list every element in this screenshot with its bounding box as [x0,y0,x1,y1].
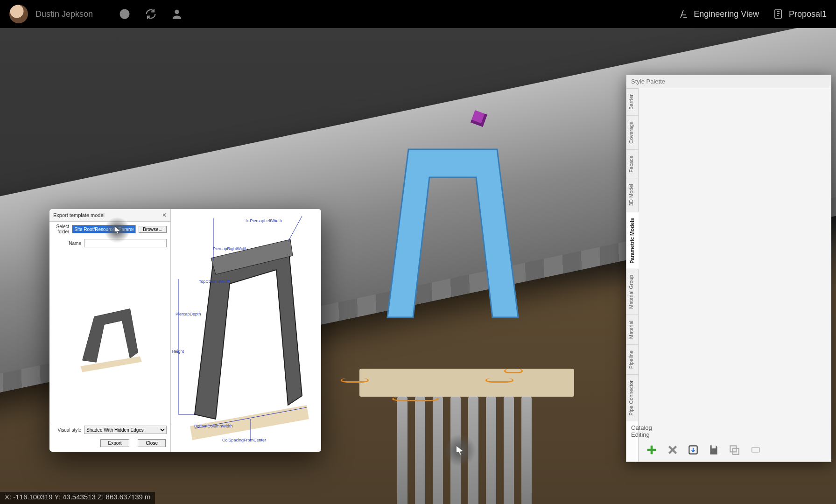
pier-base [359,369,574,397]
export-template-dialog: Export template model ✕ Select folder Br… [49,209,171,452]
add-icon[interactable] [645,443,658,457]
engineering-view-button[interactable]: Engineering View [678,8,759,20]
proposal-label: Proposal1 [789,9,827,19]
rotate-gizmo[interactable] [504,369,523,373]
tab-pipeline[interactable]: Pipeline [626,344,638,374]
anno-piercap-depth: PiercapDepth [176,312,201,316]
cursor-indicator [104,217,130,243]
avatar[interactable] [9,5,28,23]
copy-icon[interactable] [728,443,740,457]
export-preview [49,250,170,423]
visual-style-label: Visual style [53,427,81,433]
svg-marker-6 [82,308,138,362]
svg-line-12 [288,216,302,242]
topbar: Dustin Jepkson Engineering View Proposal… [0,0,836,28]
engineering-view-label: Engineering View [694,9,759,19]
tab-3d-model[interactable]: 3D Model [626,178,638,211]
dialog-title: Export template model [53,212,105,218]
tab-barrier[interactable]: Barrier [626,88,638,115]
tab-material[interactable]: Material [626,315,638,344]
style-palette-panel: Style Palette Barrier Coverage Facade 3D… [626,75,831,462]
tab-facade[interactable]: Facade [626,149,638,178]
anno-bottom-col: BottomColumnWidth [194,424,233,428]
rotate-gizmo[interactable] [392,397,439,401]
user-name: Dustin Jepkson [35,9,93,19]
tab-parametric-models[interactable]: Parametric Models [626,212,639,269]
folder-label: Select folder [53,224,69,234]
close-button[interactable]: Close [138,439,166,447]
tab-pipe-connector[interactable]: Pipe Connector [626,374,638,421]
svg-marker-8 [195,242,302,419]
catalog-editing-heading: Catalog Editing [626,421,638,441]
pier-diagram [171,209,321,452]
anno-piercap-right: PiercapRightWidth [213,246,248,251]
export-button[interactable]: Export [100,439,130,447]
close-icon[interactable]: ✕ [162,212,167,218]
rotate-gizmo[interactable] [341,378,369,383]
cursor-indicator [443,434,476,467]
svg-point-1 [175,10,179,14]
anno-height: Height [172,349,184,354]
pier-arch [383,145,523,322]
selected-pier[interactable] [364,224,565,439]
rotate-gizmo[interactable] [485,378,513,383]
coordinate-readout: X: -116.100319 Y: 43.543513 Z: 863.63713… [0,492,155,504]
anno-top-col-width: TopColumnWidth [199,279,231,284]
panel-title[interactable]: Style Palette [626,75,831,88]
tab-coverage[interactable]: Coverage [626,115,638,149]
export-template-inset: Export template model ✕ Select folder Br… [49,209,321,452]
save-iconon[interactable] [708,443,720,457]
topbar-right: Engineering View Proposal1 [678,8,827,20]
anno-col-spacing: ColSpacingFromCenter [222,438,266,442]
annotated-diagram: fx:PiercapLeftWidth PiercapRightWidth To… [171,209,321,452]
comment-icon[interactable] [118,7,131,21]
import-icon[interactable] [687,443,699,457]
person-icon[interactable] [170,7,183,21]
svg-rect-2 [775,10,781,18]
browse-button[interactable]: Browse... [139,226,167,233]
proposal-button[interactable]: Proposal1 [773,8,827,20]
rename-icon[interactable] [749,443,763,457]
svg-rect-20 [752,448,760,452]
anno-piercap-left: fx:PiercapLeftWidth [246,218,282,223]
delete-icon[interactable] [667,443,679,457]
svg-point-0 [120,9,130,19]
visual-style-select[interactable]: Shaded With Hidden Edges [84,426,167,434]
palette-category-tabs: Barrier Coverage Facade 3D Model Paramet… [626,88,639,462]
catalog-toolbar [626,441,650,462]
sync-icon[interactable] [144,7,157,21]
tab-material-group[interactable]: Material Group [626,269,638,315]
name-label: Name [53,241,81,246]
